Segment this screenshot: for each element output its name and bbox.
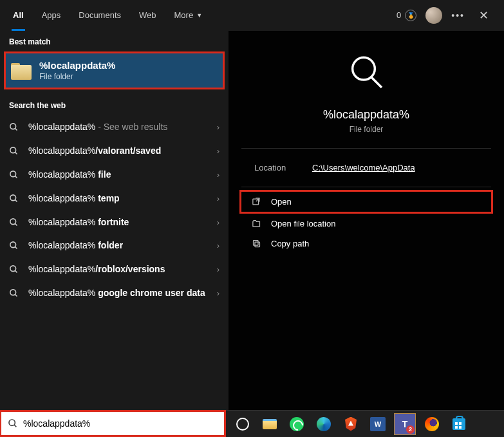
teams-button[interactable]: T2 [396, 415, 414, 433]
store-button[interactable] [450, 415, 468, 433]
taskbar: W T2 [226, 410, 504, 437]
word-icon: W [370, 417, 386, 431]
svg-line-9 [15, 223, 17, 225]
user-avatar[interactable] [425, 7, 442, 24]
whatsapp-button[interactable] [288, 415, 306, 433]
teams-icon: T2 [394, 413, 416, 435]
firefox-icon [425, 417, 439, 431]
web-result[interactable]: %localappdata% google chrome user data › [0, 281, 229, 305]
copy-icon [250, 239, 262, 248]
search-icon [9, 265, 19, 274]
search-icon-large [346, 51, 387, 93]
best-match-result[interactable]: %localappdata% File folder [4, 51, 225, 89]
chevron-right-icon[interactable]: › [217, 194, 219, 203]
location-label: Location [254, 163, 312, 172]
svg-point-10 [10, 242, 16, 248]
web-result-label: %localappdata% folder [28, 239, 212, 252]
explorer-icon [263, 419, 277, 429]
chevron-right-icon[interactable]: › [217, 288, 219, 298]
action-copy-path-label: Copy path [271, 239, 309, 248]
close-button[interactable]: ✕ [474, 6, 494, 25]
search-header: All Apps Documents Web More▼ 0 🏅 ••• ✕ [0, 0, 504, 31]
action-open-label: Open [271, 197, 292, 207]
rewards-indicator[interactable]: 0 🏅 [397, 10, 416, 21]
web-result-label: %localappdata%/valorant/saved [28, 145, 212, 157]
web-result-label: %localappdata% temp [28, 192, 212, 205]
chevron-right-icon[interactable]: › [217, 265, 219, 274]
search-icon [9, 241, 19, 250]
svg-point-14 [10, 290, 16, 295]
more-options-button[interactable]: ••• [451, 10, 465, 21]
best-match-title: %localappdata% [39, 60, 115, 71]
chevron-right-icon[interactable]: › [217, 241, 219, 250]
word-button[interactable]: W [369, 415, 387, 433]
preview-subtitle: File folder [241, 125, 491, 134]
folder-icon [11, 62, 32, 80]
search-input[interactable] [23, 418, 224, 429]
edge-button[interactable] [315, 415, 333, 433]
chevron-right-icon[interactable]: › [217, 146, 219, 156]
chevron-right-icon[interactable]: › [217, 218, 219, 227]
svg-rect-19 [255, 242, 260, 247]
search-box[interactable] [0, 410, 226, 437]
web-result-label: %localappdata% file [28, 169, 212, 181]
cortana-icon [236, 418, 249, 431]
action-open-location[interactable]: Open file location [241, 214, 491, 234]
action-copy-path[interactable]: Copy path [241, 234, 491, 254]
chevron-right-icon[interactable]: › [217, 122, 219, 132]
open-icon [250, 197, 262, 207]
search-icon [9, 218, 19, 227]
action-open-location-label: Open file location [271, 219, 335, 228]
brave-icon [345, 417, 357, 431]
web-result-label: %localappdata%/roblox/versions [28, 263, 212, 275]
search-icon [9, 170, 19, 180]
store-icon [453, 418, 465, 430]
search-icon [9, 122, 19, 132]
web-result[interactable]: %localappdata% folder › [0, 234, 229, 257]
main-content: Best match %localappdata% File folder Se… [0, 31, 504, 410]
svg-line-1 [15, 128, 17, 130]
svg-line-13 [15, 271, 17, 273]
svg-point-8 [10, 218, 16, 224]
svg-point-12 [10, 266, 16, 272]
svg-point-2 [10, 147, 16, 153]
results-pane: Best match %localappdata% File folder Se… [0, 31, 229, 410]
search-icon [9, 146, 19, 156]
header-right: 0 🏅 ••• ✕ [397, 6, 500, 25]
chevron-down-icon: ▼ [196, 12, 202, 19]
action-open[interactable]: Open [239, 190, 493, 214]
web-result[interactable]: %localappdata% file › [0, 163, 229, 187]
web-result[interactable]: %localappdata%/roblox/versions › [0, 257, 229, 281]
tab-apps[interactable]: Apps [33, 0, 70, 31]
web-result[interactable]: %localappdata% fortnite › [0, 210, 229, 234]
tab-more[interactable]: More▼ [165, 0, 212, 31]
best-match-subtitle: File folder [39, 72, 115, 81]
svg-point-6 [10, 194, 16, 200]
location-link[interactable]: C:\Users\welcome\AppData [312, 163, 415, 172]
tab-documents[interactable]: Documents [70, 0, 130, 31]
svg-rect-20 [253, 241, 258, 246]
web-result[interactable]: %localappdata%/valorant/saved › [0, 139, 229, 163]
svg-line-17 [371, 77, 382, 88]
web-result-label: %localappdata% - See web results [28, 121, 212, 133]
preview-pane: %localappdata% File folder Location C:\U… [229, 31, 504, 410]
search-icon [9, 288, 19, 298]
chevron-right-icon[interactable]: › [217, 170, 219, 180]
web-result-label: %localappdata% google chrome user data [28, 287, 212, 299]
location-row: Location C:\Users\welcome\AppData [241, 149, 491, 187]
tab-web[interactable]: Web [130, 0, 165, 31]
notification-badge: 2 [406, 425, 415, 434]
filter-tabs: All Apps Documents Web More▼ [4, 0, 211, 31]
edge-icon [317, 417, 331, 431]
web-result[interactable]: %localappdata% temp › [0, 187, 229, 210]
file-explorer-button[interactable] [261, 415, 279, 433]
web-result-label: %localappdata% fortnite [28, 216, 212, 228]
tab-all[interactable]: All [4, 0, 33, 31]
firefox-button[interactable] [423, 415, 441, 433]
bottom-bar: W T2 [0, 410, 504, 437]
web-result[interactable]: %localappdata% - See web results › [0, 115, 229, 139]
svg-line-22 [14, 425, 16, 427]
cortana-button[interactable] [234, 415, 252, 433]
brave-button[interactable] [342, 415, 360, 433]
svg-line-15 [15, 295, 17, 297]
